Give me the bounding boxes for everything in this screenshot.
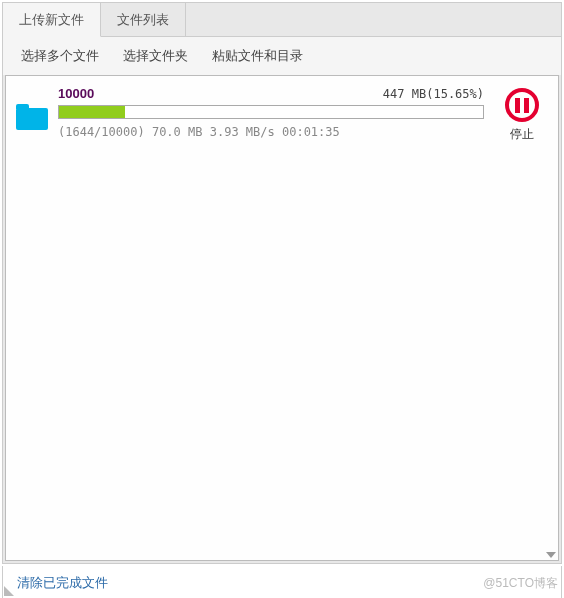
tab-label: 上传新文件 (19, 11, 84, 29)
upload-stats: (1644/10000) 70.0 MB 3.93 MB/s 00:01:35 (58, 125, 484, 139)
upload-panel: 上传新文件 文件列表 选择多个文件 选择文件夹 粘贴文件和目录 10000 44… (2, 2, 562, 564)
file-name: 10000 (58, 86, 94, 101)
resize-grip-icon[interactable] (4, 586, 14, 596)
tab-label: 文件列表 (117, 11, 169, 29)
scroll-down-icon[interactable] (546, 552, 556, 558)
size-percent: 447 MB(15.65%) (383, 87, 484, 101)
tab-file-list[interactable]: 文件列表 (101, 3, 186, 36)
tab-bar: 上传新文件 文件列表 (3, 3, 561, 37)
upload-info: 10000 447 MB(15.65%) (1644/10000) 70.0 M… (58, 86, 484, 139)
progress-bar (58, 105, 484, 119)
clear-completed-link[interactable]: 清除已完成文件 (2, 566, 562, 598)
tab-upload-new[interactable]: 上传新文件 (3, 3, 101, 37)
upload-item: 10000 447 MB(15.65%) (1644/10000) 70.0 M… (6, 76, 558, 151)
progress-fill (59, 106, 125, 118)
folder-icon (16, 104, 48, 130)
stop-column: 停止 (494, 86, 550, 143)
pause-icon[interactable] (505, 88, 539, 122)
upload-list: 10000 447 MB(15.65%) (1644/10000) 70.0 M… (5, 75, 559, 561)
paste-button[interactable]: 粘贴文件和目录 (212, 47, 303, 65)
select-files-button[interactable]: 选择多个文件 (21, 47, 99, 65)
select-folder-button[interactable]: 选择文件夹 (123, 47, 188, 65)
toolbar: 选择多个文件 选择文件夹 粘贴文件和目录 (3, 37, 561, 75)
stop-label: 停止 (510, 126, 534, 143)
